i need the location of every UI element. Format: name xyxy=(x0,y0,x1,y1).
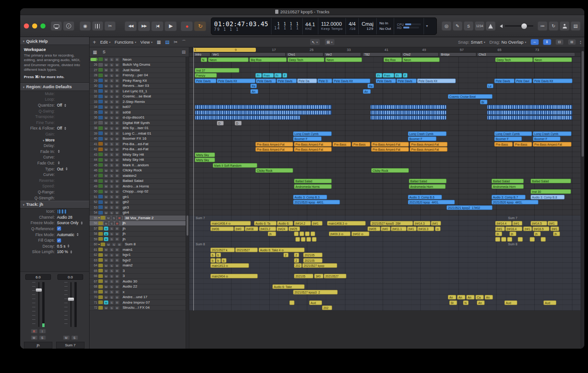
close-button[interactable] xyxy=(24,23,29,28)
horizontal-zoom-slider[interactable]: ⊟ xyxy=(555,39,564,45)
track-record-button[interactable]: R xyxy=(115,116,119,120)
track-mute-button[interactable]: M xyxy=(104,79,108,83)
popup-arrows-icon[interactable] xyxy=(77,233,79,236)
region[interactable] xyxy=(312,237,317,242)
play-button[interactable]: ▶ xyxy=(164,21,177,31)
region[interactable]: jh#14.5 xyxy=(531,221,547,226)
region[interactable]: jh#23.2 xyxy=(259,226,276,231)
region[interactable]: An xyxy=(485,295,493,300)
region[interactable]: Audio 3: Comp B.8 xyxy=(531,195,565,199)
field-value[interactable]: Off xyxy=(57,103,66,107)
vertical-zoom-button[interactable]: ⇕ xyxy=(543,39,551,45)
region[interactable]: F xyxy=(403,73,407,78)
region[interactable]: jh#0 xyxy=(381,226,390,231)
track-row[interactable]: 51MSRgtr1 xyxy=(90,194,189,200)
track-record-button[interactable]: R xyxy=(115,295,119,300)
region[interactable]: Fren xyxy=(262,73,274,78)
track-solo-button[interactable]: S xyxy=(109,253,114,257)
region[interactable]: Ca xyxy=(475,295,484,300)
region[interactable]: Fr xyxy=(395,73,402,78)
track-solo-button[interactable]: S xyxy=(109,147,114,152)
region[interactable]: b xyxy=(210,253,215,257)
stepper-icon[interactable] xyxy=(70,250,72,254)
track-record-button[interactable]: R xyxy=(115,79,119,83)
track-mute-button[interactable]: M xyxy=(104,279,108,283)
track-mute-button[interactable]: M xyxy=(104,153,108,157)
track-solo-button[interactable]: S xyxy=(109,200,114,204)
region[interactable]: Misty Sky xyxy=(195,153,215,157)
track-solo-button[interactable]: S xyxy=(109,211,114,215)
region[interactable]: D xyxy=(217,121,224,125)
region[interactable]: An xyxy=(448,295,456,300)
track-mute-button[interactable]: M xyxy=(104,84,108,88)
region[interactable]: Deep Tech xyxy=(288,57,324,62)
track-row[interactable]: 47MSRstabbin2 xyxy=(90,173,189,179)
cycle-button[interactable]: ↻ xyxy=(194,21,206,31)
track-mute-button[interactable]: M xyxy=(104,147,108,152)
more-subheader[interactable]: ▾ More xyxy=(23,138,57,142)
library-button[interactable] xyxy=(51,21,62,31)
region[interactable] xyxy=(518,237,523,242)
track-row[interactable]: 59MSRjh xyxy=(90,237,189,242)
track-solo-button[interactable]: S xyxy=(109,89,114,93)
region[interactable]: Neon xyxy=(325,57,362,62)
region[interactable]: main2#04 ⊙ xyxy=(210,274,258,278)
track-mute-button[interactable]: M xyxy=(104,200,108,204)
region[interactable]: Cosmic Cruise Beat xyxy=(448,94,492,99)
cycle-region[interactable] xyxy=(193,48,256,52)
track-inspector-header[interactable]: ▾ Track: jh xyxy=(20,201,89,209)
region[interactable]: jh xyxy=(534,232,541,236)
count-in-button[interactable]: 1234 xyxy=(475,21,485,31)
region[interactable] xyxy=(487,105,572,109)
inspector-button[interactable]: i xyxy=(63,21,74,31)
region[interactable]: An xyxy=(466,295,475,300)
track-solo-button[interactable]: S xyxy=(109,279,114,283)
region[interactable]: Long Crash Cymb xyxy=(293,131,332,136)
region[interactable]: Pete Davis xyxy=(376,79,396,83)
tuner-button[interactable]: ◎ xyxy=(441,21,452,31)
track-solo-button[interactable]: S xyxy=(109,290,114,294)
region[interactable]: Audio 6: xyxy=(277,221,293,226)
track-solo-button[interactable]: S xyxy=(109,63,114,67)
region[interactable]: St xyxy=(449,300,457,305)
track-solo-button[interactable]: S xyxy=(109,79,114,83)
region[interactable] xyxy=(305,232,310,236)
region[interactable] xyxy=(289,300,294,305)
region[interactable] xyxy=(370,115,447,120)
track-solo-button[interactable]: S xyxy=(109,248,114,252)
track-row[interactable]: 63MSRbgv2 xyxy=(90,258,189,263)
track-mute-button[interactable]: M xyxy=(104,248,108,252)
region[interactable]: jh#08 xyxy=(245,226,258,231)
track-mute-button[interactable]: M xyxy=(104,195,108,199)
drag-menu[interactable]: Drag:No Overlap▾ xyxy=(489,40,526,45)
region[interactable]: Clicky Rock xyxy=(255,168,293,173)
track-solo-button[interactable]: S xyxy=(109,126,114,130)
region[interactable]: b xyxy=(216,253,221,257)
popup-arrows-icon[interactable] xyxy=(58,161,60,164)
region[interactable]: jh#14.2 xyxy=(294,221,311,226)
region[interactable]: ⊙ xyxy=(435,226,441,231)
track-mute-button[interactable]: M xyxy=(104,169,108,173)
strip-solo-button[interactable]: S xyxy=(71,335,78,340)
popup-arrows-icon[interactable] xyxy=(66,167,68,170)
region[interactable]: Re xyxy=(368,84,374,88)
track-row[interactable]: 40MSRBoomer FX 16 xyxy=(90,136,189,142)
track-solo-button[interactable]: S xyxy=(109,73,114,78)
track-waveform-icon[interactable] xyxy=(57,209,67,214)
track-solo-button[interactable]: S xyxy=(109,163,114,167)
track-configuration-icon[interactable]: ▤ xyxy=(181,50,186,54)
track-mute-button[interactable]: M xyxy=(104,295,108,300)
track-solo-button[interactable]: S xyxy=(112,216,116,220)
region[interactable]: Pre-Bass Amped-Fat xyxy=(255,142,293,147)
track-record-button[interactable]: R xyxy=(115,290,119,294)
track-mute-button[interactable]: M xyxy=(104,285,108,289)
track-solo-button[interactable]: S xyxy=(109,137,114,141)
track-row[interactable]: 27MSRJust Noise xyxy=(90,68,189,73)
functions-menu[interactable]: Functions▾ xyxy=(114,40,136,45)
region[interactable]: Pre-Bass Amped-Fat xyxy=(371,147,409,152)
track-record-button[interactable]: R xyxy=(115,211,119,215)
region[interactable]: Audio 6: Ta xyxy=(254,221,277,226)
track-solo-button[interactable]: S xyxy=(109,57,114,62)
popup-arrows-icon[interactable] xyxy=(64,104,66,107)
track-record-button[interactable]: R xyxy=(115,274,119,278)
